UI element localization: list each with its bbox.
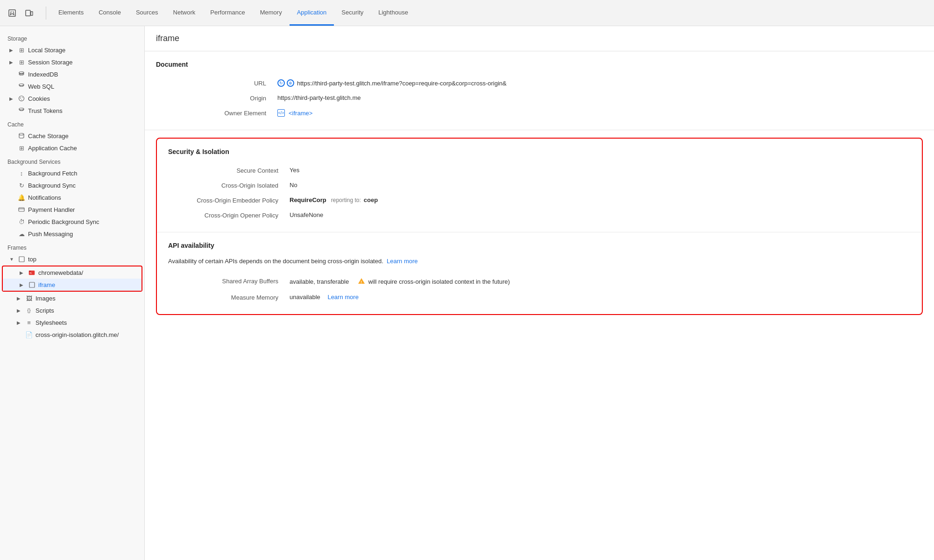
shared-array-note: will require cross-origin isolated conte… — [368, 278, 509, 285]
iframe-label: iframe — [38, 281, 55, 288]
bg-fetch-label: Background Fetch — [28, 170, 78, 177]
sidebar-item-bg-fetch[interactable]: ▶ ↕ Background Fetch — [0, 167, 144, 179]
sidebar-item-notifications[interactable]: ▶ 🔔 Notifications — [0, 191, 144, 203]
coep-reporting-label: reporting to: — [331, 197, 361, 203]
svg-point-9 — [21, 99, 22, 100]
coop-value-text: UnsafeNone — [290, 211, 323, 218]
sidebar-item-bg-sync[interactable]: ▶ ↻ Background Sync — [0, 179, 144, 191]
sidebar-item-top[interactable]: ▼ top — [0, 253, 144, 265]
svg-point-5 — [19, 84, 24, 86]
periodic-bg-sync-icon: ⏱ — [18, 218, 25, 225]
sidebar-item-stylesheets[interactable]: ▶ ≡ Stylesheets — [0, 316, 144, 329]
payment-handler-label: Payment Handler — [28, 206, 75, 213]
svg-rect-14 — [19, 257, 24, 262]
sidebar-item-indexed-db[interactable]: ▶ IndexedDB — [0, 68, 144, 80]
sidebar-item-trust-tokens[interactable]: ▶ Trust Tokens — [0, 105, 144, 117]
sidebar-item-scripts[interactable]: ▶ {} Scripts — [0, 304, 144, 316]
coop-label: Cross-Origin Opener Policy — [168, 211, 290, 219]
sidebar-item-cache-storage[interactable]: ▶ Cache Storage — [0, 130, 144, 142]
stylesheets-icon: ≡ — [25, 319, 33, 326]
tab-network[interactable]: Network — [166, 0, 203, 26]
sidebar-item-cross-origin[interactable]: ▶ 📄 cross-origin-isolation.glitch.me/ — [0, 329, 144, 341]
sidebar-item-chromewebdata[interactable]: ▶ N chromewebdata/ — [3, 266, 142, 279]
api-availability-section: API availability Availability of certain… — [157, 232, 922, 314]
local-storage-icon — [18, 46, 25, 54]
tab-application[interactable]: Application — [290, 0, 334, 26]
url-label: URL — [156, 79, 277, 87]
svg-rect-1 — [26, 10, 30, 16]
document-section: Document URL ↻ ⊕ https://third-party-tes… — [145, 51, 934, 130]
tab-performance[interactable]: Performance — [203, 0, 252, 26]
measure-memory-value: unavailable Learn more — [290, 294, 359, 301]
sidebar-item-session-storage[interactable]: ▶ Session Storage — [0, 56, 144, 68]
measure-memory-learn-link[interactable]: Learn more — [327, 294, 358, 301]
svg-rect-17 — [29, 282, 35, 287]
cache-storage-icon — [18, 132, 25, 140]
toolbar-divider — [46, 7, 46, 20]
cookies-icon — [18, 95, 25, 102]
refresh-icon[interactable]: ⊕ — [287, 79, 294, 87]
top-icon — [18, 255, 25, 263]
secure-context-value: Yes — [290, 167, 299, 174]
cross-origin-isolated-value: No — [290, 182, 297, 189]
top-label: top — [28, 256, 36, 263]
tab-bar: Elements Console Sources Network Perform… — [51, 0, 929, 26]
coop-row: Cross-Origin Opener Policy UnsafeNone — [168, 208, 911, 223]
content-header: iframe — [145, 26, 934, 51]
inspect-icon[interactable] — [5, 6, 20, 21]
tab-lighthouse[interactable]: Lighthouse — [371, 0, 416, 26]
arrow-icon: ▼ — [9, 257, 15, 262]
url-icons: ↻ ⊕ — [277, 79, 294, 87]
tab-sources[interactable]: Sources — [128, 0, 166, 26]
security-section: Security & Isolation Secure Context Yes … — [157, 139, 922, 232]
shared-array-label: Shared Array Buffers — [168, 277, 290, 285]
owner-element-link[interactable]: <iframe> — [289, 110, 312, 117]
local-storage-label: Local Storage — [28, 47, 65, 54]
indexed-db-icon — [18, 70, 25, 78]
url-field-row: URL ↻ ⊕ https://third-party-test.glitch.… — [156, 76, 923, 91]
web-sql-label: Web SQL — [28, 83, 54, 90]
tab-console[interactable]: Console — [91, 0, 128, 26]
chromewebdata-icon: N — [28, 269, 35, 276]
bg-sync-icon: ↻ — [18, 182, 25, 189]
tab-security[interactable]: Security — [334, 0, 371, 26]
push-messaging-label: Push Messaging — [28, 231, 73, 238]
sidebar-item-iframe[interactable]: ▶ iframe — [3, 279, 142, 291]
arrow-icon: ▶ — [17, 320, 22, 325]
tab-elements[interactable]: Elements — [51, 0, 91, 26]
api-learn-more-link[interactable]: Learn more — [387, 258, 417, 265]
arrow-icon: ▶ — [17, 296, 22, 301]
coep-reporting-value: coep — [364, 196, 378, 203]
notifications-icon: 🔔 — [18, 194, 25, 201]
sidebar-item-periodic-bg-sync[interactable]: ▶ ⏱ Periodic Background Sync — [0, 216, 144, 228]
secure-context-row: Secure Context Yes — [168, 163, 911, 178]
arrow-icon: ▶ — [9, 60, 15, 65]
shared-array-text: available, transferable — [290, 278, 349, 285]
sidebar-bg-services-label: Background Services — [0, 154, 144, 167]
sidebar-item-app-cache[interactable]: ▶ Application Cache — [0, 142, 144, 154]
svg-point-6 — [19, 96, 24, 101]
document-section-title: Document — [156, 61, 923, 68]
sidebar-item-web-sql[interactable]: ▶ Web SQL — [0, 80, 144, 92]
stylesheets-label: Stylesheets — [35, 319, 67, 326]
owner-element-value: </> <iframe> — [277, 109, 312, 117]
toolbar-icons — [5, 6, 36, 21]
sidebar-item-push-messaging[interactable]: ▶ ☁ Push Messaging — [0, 228, 144, 240]
trust-tokens-icon — [18, 107, 25, 114]
main-layout: Storage ▶ Local Storage ▶ Session Storag… — [0, 26, 934, 560]
sidebar-item-local-storage[interactable]: ▶ Local Storage — [0, 44, 144, 56]
sidebar-item-cookies[interactable]: ▶ Cookies — [0, 92, 144, 105]
tab-memory[interactable]: Memory — [253, 0, 290, 26]
sidebar-storage-label: Storage — [0, 31, 144, 44]
indexed-db-label: IndexedDB — [28, 71, 58, 78]
reload-icon[interactable]: ↻ — [277, 79, 285, 87]
sidebar-item-images[interactable]: ▶ 🖼 Images — [0, 292, 144, 304]
images-label: Images — [35, 295, 56, 302]
bg-sync-label: Background Sync — [28, 182, 76, 189]
notifications-label: Notifications — [28, 194, 61, 201]
trust-tokens-label: Trust Tokens — [28, 107, 63, 114]
sidebar-item-payment-handler[interactable]: ▶ Payment Handler — [0, 203, 144, 216]
coep-value: RequireCorp reporting to: coep — [290, 196, 378, 203]
device-toggle-icon[interactable] — [21, 6, 36, 21]
app-cache-label: Application Cache — [28, 145, 77, 152]
